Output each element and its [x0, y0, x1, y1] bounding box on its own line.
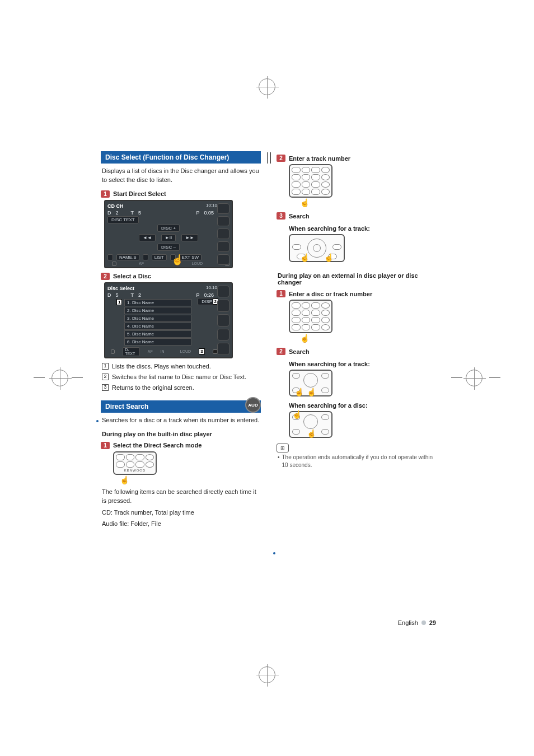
remote-button[interactable]	[321, 388, 329, 393]
remote-button[interactable]	[126, 454, 135, 460]
status-line: D 2 T 5 P 0:05	[107, 210, 229, 216]
registration-mark	[51, 370, 68, 386]
step-number-icon: 1	[101, 190, 110, 198]
remote-button[interactable]	[292, 310, 301, 316]
loud-indicator: LOUD	[192, 262, 203, 266]
next-track-button[interactable]: ►►	[181, 234, 198, 241]
remote-button[interactable]	[321, 302, 330, 309]
remote-button[interactable]	[311, 174, 320, 180]
nav-ring[interactable]	[307, 239, 326, 258]
remote-button[interactable]	[321, 429, 329, 435]
remote-button[interactable]	[302, 324, 311, 330]
disc-list-item[interactable]: 6. Disc Name	[124, 338, 191, 346]
status-line: D 5 T 2 P 0:26	[107, 292, 229, 298]
remote-button[interactable]	[292, 373, 300, 379]
step-number-icon: 2	[101, 273, 110, 280]
remote-button[interactable]	[292, 181, 301, 188]
list-button[interactable]: LIST	[152, 254, 167, 260]
af-indicator: AF	[139, 262, 144, 266]
remote-button[interactable]	[135, 454, 144, 460]
remote-button[interactable]	[302, 189, 311, 195]
nav-left-button[interactable]	[292, 244, 301, 250]
remote-button[interactable]	[292, 189, 301, 195]
remote-button[interactable]	[292, 302, 301, 309]
remote-button[interactable]	[116, 454, 125, 460]
clock-readout: 10:10	[206, 203, 217, 208]
remote-button[interactable]	[321, 373, 329, 379]
direct-search-cd: CD: Track number, Total play time	[102, 508, 260, 517]
remote-button[interactable]	[311, 310, 320, 316]
down-arrow-icon[interactable]	[112, 262, 116, 266]
remote-button[interactable]	[292, 317, 301, 323]
remote-button[interactable]	[311, 317, 320, 323]
remote-button[interactable]	[302, 174, 311, 180]
remote-button[interactable]	[321, 181, 330, 188]
disc-text-button[interactable]: DISC TEXT	[107, 216, 139, 223]
remote-button[interactable]	[146, 461, 154, 468]
remote-button[interactable]	[321, 324, 330, 330]
prev-track-button[interactable]: ◄◄	[139, 234, 156, 241]
t-value: 5	[138, 210, 141, 216]
remote-button[interactable]	[321, 189, 330, 195]
remote-button[interactable]	[311, 324, 320, 330]
remote-button[interactable]	[321, 310, 330, 316]
step-label: Search	[289, 348, 310, 355]
disc-minus-button[interactable]: DISC –	[157, 244, 180, 251]
step-label: Search	[289, 213, 310, 220]
remote-button[interactable]	[126, 461, 135, 468]
step-2-select-disc: 2 Select a Disc	[101, 273, 261, 280]
remote-button[interactable]	[311, 302, 320, 309]
remote-button[interactable]	[292, 429, 300, 435]
when-searching-track: When searching for a track:	[289, 225, 435, 232]
remote-button[interactable]	[116, 461, 125, 468]
disc-list-item[interactable]: 5. Disc Name	[124, 330, 191, 338]
disc-list-item[interactable]: 2. Disc Name	[124, 307, 191, 314]
remote-navpad: ☝ ☝	[289, 234, 345, 262]
remote-button[interactable]	[146, 454, 154, 460]
disc-list-item[interactable]: 3. Disc Name	[124, 315, 191, 322]
remote-button[interactable]	[302, 302, 311, 309]
nav-ring[interactable]	[303, 414, 318, 429]
remote-button[interactable]	[321, 167, 330, 173]
in-indicator: IN	[161, 349, 165, 353]
remote-button[interactable]	[311, 181, 320, 188]
d-text-button[interactable]: D-TEXT	[123, 347, 139, 356]
remote-button[interactable]	[321, 317, 330, 323]
soft-button[interactable]	[143, 254, 148, 260]
remote-button[interactable]	[292, 167, 301, 173]
direct-search-heading: Direct Search	[101, 400, 261, 413]
remote-button[interactable]	[302, 317, 311, 323]
play-pause-button[interactable]: ►II	[161, 234, 176, 241]
note-icon: ⊞	[277, 444, 289, 452]
nav-right-button[interactable]	[332, 244, 341, 250]
disc-list-item[interactable]: 1. Disc Name	[124, 299, 191, 306]
nav-ring[interactable]	[303, 373, 318, 388]
soft-button[interactable]	[107, 254, 113, 260]
remote-button[interactable]	[302, 167, 311, 173]
touch-hand-icon: ☝	[307, 388, 316, 396]
remote-button[interactable]	[292, 324, 301, 330]
remote-button[interactable]	[311, 189, 320, 195]
disc-list-item[interactable]: 4. Disc Name	[124, 323, 191, 330]
remote-button[interactable]	[302, 181, 311, 188]
remote-button[interactable]	[292, 174, 301, 180]
step-number-icon: 1	[101, 442, 110, 449]
ext-step-2-search: 2 Search	[277, 348, 437, 355]
touch-hand-icon: ☝	[307, 429, 316, 438]
right-column: 2 Enter a track number ☝ 3 Search	[277, 151, 437, 531]
ext-step-1-enter-number: 1 Enter a disc or track number	[277, 290, 437, 297]
side-pills	[217, 203, 229, 265]
registration-mark	[259, 666, 275, 683]
remote-button[interactable]	[321, 414, 329, 420]
remote-button[interactable]	[135, 461, 144, 468]
direct-search-note: The following items can be searched dire…	[102, 487, 260, 506]
note-text: The operation ends automatically if you …	[278, 454, 437, 469]
remote-button[interactable]	[302, 310, 311, 316]
touch-hand-icon: ☝	[292, 410, 302, 419]
touch-hand-icon: ☝	[300, 198, 310, 207]
remote-button[interactable]	[321, 174, 330, 180]
down-arrow-icon[interactable]	[111, 349, 115, 354]
remote-button[interactable]	[311, 167, 320, 173]
disc-plus-button[interactable]: DISC +	[157, 225, 180, 232]
name-s-button[interactable]: NAME.S	[116, 254, 139, 260]
